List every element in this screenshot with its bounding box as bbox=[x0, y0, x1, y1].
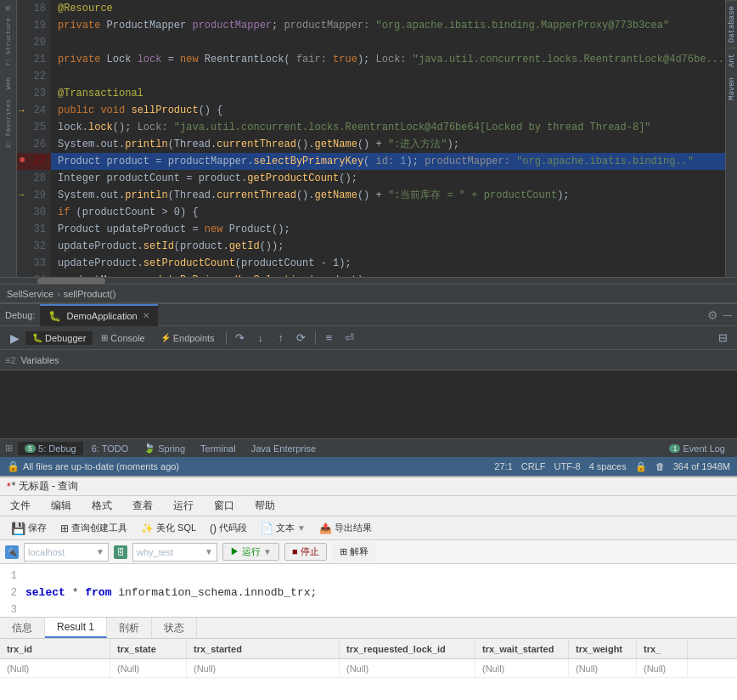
tab-debugger[interactable]: 🐛 Debugger bbox=[25, 331, 93, 345]
table-row: (Null) (Null) (Null) (Null) (Null) (Null… bbox=[0, 659, 737, 678]
breadcrumb-method: sellProduct() bbox=[64, 289, 116, 299]
settings-btn[interactable]: ⊟ bbox=[713, 329, 732, 347]
debug-tab-close[interactable]: ✕ bbox=[143, 311, 149, 320]
code-line-24: public void sellProduct() { bbox=[51, 102, 725, 119]
database-select[interactable]: why_test ▼ bbox=[132, 543, 217, 562]
debug-tab-label: DemoApplication bbox=[66, 311, 137, 321]
tab-info[interactable]: 信息 bbox=[0, 618, 45, 638]
sql-menu-help[interactable]: 帮助 bbox=[251, 497, 278, 515]
sidebar-icon-favorites[interactable]: 2: Favorites bbox=[4, 99, 12, 149]
breadcrumb-sep: › bbox=[57, 289, 60, 299]
code-line-19: private ProductMapper productMapper; pro… bbox=[51, 17, 725, 34]
sql-toolbar: 💾 保存 ⊞ 查询创建工具 ✨ 美化 SQL () 代码段 📄 文本 ▼ 📤 导… bbox=[0, 517, 737, 540]
sql-query-builder-btn[interactable]: ⊞ 查询创建工具 bbox=[54, 519, 133, 537]
th-trx-extra: trx_ bbox=[637, 639, 688, 658]
sql-stop-btn[interactable]: ■ 停止 bbox=[284, 543, 327, 561]
toolbar-sep1 bbox=[226, 331, 227, 345]
ant-tab[interactable]: Ant bbox=[726, 48, 737, 72]
sql-export-btn[interactable]: 📤 导出结果 bbox=[313, 519, 378, 537]
sidebar-icon-m[interactable]: m bbox=[4, 6, 13, 10]
tab-todo[interactable]: 6: TODO bbox=[85, 442, 136, 455]
result-tabs-bar: 信息 Result 1 剖析 状态 bbox=[0, 617, 737, 639]
sql-menu-run[interactable]: 运行 bbox=[170, 497, 197, 515]
status-line-ending: CRLF bbox=[521, 461, 546, 471]
th-trx-started: trx_started bbox=[187, 639, 340, 658]
debug-settings-icon[interactable]: ⚙ bbox=[707, 308, 718, 322]
status-encoding: UTF-8 bbox=[554, 461, 581, 471]
code-line-26: System.out.println(Thread.currentThread(… bbox=[51, 136, 725, 153]
sql-text-btn[interactable]: 📄 文本 ▼ bbox=[255, 519, 312, 537]
td-trx-weight: (Null) bbox=[569, 659, 637, 677]
variables-area: ≡2 Variables bbox=[0, 350, 737, 438]
tab-java-enterprise[interactable]: Java Enterprise bbox=[245, 442, 323, 455]
td-trx-started: (Null) bbox=[187, 659, 340, 677]
sql-beautify-btn[interactable]: ✨ 美化 SQL bbox=[135, 519, 202, 537]
sql-line-3: 3 bbox=[0, 601, 737, 617]
ide-section: m 7: Structure Web 2: Favorites 18 19 20… bbox=[0, 0, 737, 476]
th-trx-weight: trx_weight bbox=[569, 639, 637, 658]
th-trx-requested-lock-id: trx_requested_lock_id bbox=[340, 639, 475, 658]
debug-resume-btn[interactable]: ▶ bbox=[5, 329, 24, 347]
code-line-27: Product product = productMapper.selectBy… bbox=[51, 153, 725, 170]
sql-line-num-1: 1 bbox=[0, 567, 25, 584]
event-log-tab[interactable]: 1 Event Log bbox=[662, 442, 732, 455]
tab-result1[interactable]: Result 1 bbox=[45, 618, 107, 638]
sql-title: * 无标题 - 查询 bbox=[12, 479, 79, 494]
database-tab[interactable]: Database bbox=[726, 0, 737, 48]
variables-count: ≡2 bbox=[5, 355, 16, 365]
td-trx-state: (Null) bbox=[110, 659, 187, 677]
sql-menu-format[interactable]: 格式 bbox=[88, 497, 115, 515]
sql-line-2: 2 select * from information_schema.innod… bbox=[0, 584, 737, 601]
stream-btn[interactable]: ⏎ bbox=[340, 329, 359, 347]
sql-menu-window[interactable]: 窗口 bbox=[211, 497, 238, 515]
code-line-33: updateProduct.setProductCount(productCou… bbox=[51, 255, 725, 272]
sql-menu-file[interactable]: 文件 bbox=[7, 497, 34, 515]
th-trx-id: trx_id bbox=[0, 639, 110, 658]
code-line-18: @Resource bbox=[51, 0, 725, 17]
results-table: trx_id trx_state trx_started trx_request… bbox=[0, 639, 737, 700]
code-scrollbar[interactable] bbox=[0, 277, 737, 284]
tab-debug[interactable]: 5 5: Debug bbox=[18, 442, 83, 455]
variables-header: ≡2 Variables bbox=[0, 350, 737, 370]
sidebar-icon-web[interactable]: Web bbox=[4, 77, 12, 89]
tab-console[interactable]: ⊞ Console bbox=[94, 331, 151, 345]
tab-endpoints[interactable]: ⚡ Endpoints bbox=[154, 331, 222, 345]
maven-tab[interactable]: Maven bbox=[726, 72, 737, 105]
code-line-23: @Transactional bbox=[51, 85, 725, 102]
step-over-btn[interactable]: ↷ bbox=[231, 329, 250, 347]
step-into-btn[interactable]: ↓ bbox=[251, 329, 270, 347]
sql-menu-query[interactable]: 查着 bbox=[129, 497, 156, 515]
tab-status[interactable]: 状态 bbox=[152, 618, 197, 638]
step-out-btn[interactable]: ↑ bbox=[272, 329, 290, 347]
sql-explain-btn[interactable]: ⊞ 解释 bbox=[332, 543, 376, 561]
sidebar-icon-structure[interactable]: 7: Structure bbox=[4, 18, 12, 67]
debug-toolbar: ▶ 🐛 Debugger ⊞ Console ⚡ Endpoints ↷ ↓ ↑… bbox=[0, 326, 737, 350]
tab-profiling[interactable]: 剖析 bbox=[107, 618, 152, 638]
code-content: @Resource private ProductMapper productM… bbox=[51, 0, 725, 277]
tab-spring[interactable]: 🍃 Spring bbox=[137, 441, 192, 455]
sql-menu-bar: 文件 编辑 格式 查着 运行 窗口 帮助 bbox=[0, 496, 737, 517]
sql-menu-edit[interactable]: 编辑 bbox=[48, 497, 75, 515]
debug-minimize-icon[interactable]: ─ bbox=[723, 308, 732, 322]
sql-save-btn[interactable]: 💾 保存 bbox=[5, 519, 53, 538]
status-files: 🔒 All files are up-to-date (moments ago) bbox=[7, 460, 179, 472]
td-trx-id: (Null) bbox=[0, 659, 110, 677]
status-bar: 🔒 All files are up-to-date (moments ago)… bbox=[0, 457, 737, 476]
demo-application-tab[interactable]: 🐛 DemoApplication ✕ bbox=[40, 304, 157, 326]
sql-code-2: select * from information_schema.innodb_… bbox=[25, 584, 317, 601]
connection-select[interactable]: localhost ▼ bbox=[24, 543, 109, 562]
sql-editor[interactable]: 1 2 select * from information_schema.inn… bbox=[0, 564, 737, 617]
code-line-30: if (productCount > 0) { bbox=[51, 204, 725, 221]
tab-terminal[interactable]: Terminal bbox=[194, 442, 243, 455]
breadcrumb: SellService › sellProduct() bbox=[0, 284, 737, 302]
code-line-21: private Lock lock = new ReentrantLock( f… bbox=[51, 51, 725, 68]
td-trx-extra: (Null) bbox=[637, 659, 688, 677]
evaluate-btn[interactable]: ≡ bbox=[320, 329, 339, 347]
line-numbers: 18 19 20 21 22 23 →24 25 26 ●27 28 →29 3… bbox=[17, 0, 51, 277]
expand-icon[interactable]: ⊞ bbox=[5, 443, 13, 454]
sql-line-num-3: 3 bbox=[0, 601, 25, 617]
sql-run-btn[interactable]: ▶ 运行 ▼ bbox=[222, 543, 279, 561]
sql-snippet-btn[interactable]: () 代码段 bbox=[204, 519, 253, 537]
run-to-cursor-btn[interactable]: ⟳ bbox=[292, 329, 311, 347]
status-indent: 4 spaces bbox=[589, 461, 627, 471]
